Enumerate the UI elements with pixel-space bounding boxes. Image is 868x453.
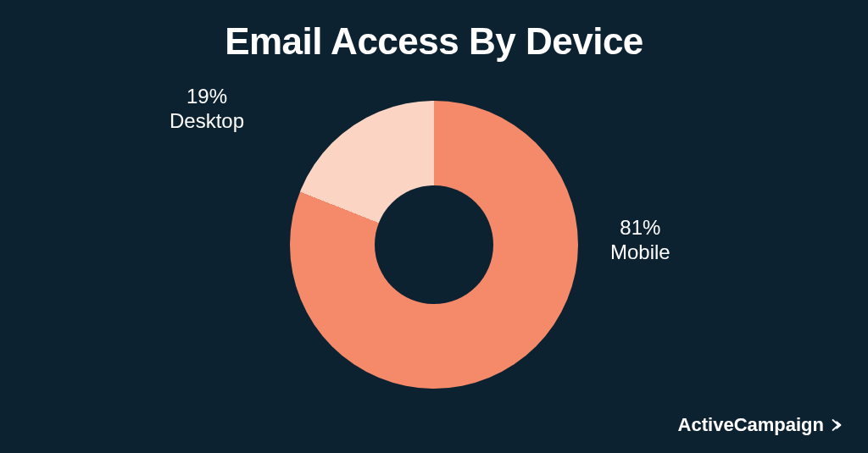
slice-name-desktop: Desktop xyxy=(170,109,244,134)
donut-hole xyxy=(375,185,493,304)
slice-pct-desktop: 19% xyxy=(170,85,244,109)
brand-mark: ActiveCampaign xyxy=(678,414,844,436)
chart-title: Email Access By Device xyxy=(0,0,868,63)
brand-text: ActiveCampaign xyxy=(678,414,824,436)
donut-chart xyxy=(290,101,578,389)
slice-name-mobile: Mobile xyxy=(610,240,670,265)
slice-label-mobile: 81% Mobile xyxy=(610,216,670,265)
slice-label-desktop: 19% Desktop xyxy=(170,85,244,134)
slice-pct-mobile: 81% xyxy=(610,216,670,240)
chevron-right-icon xyxy=(829,417,844,433)
